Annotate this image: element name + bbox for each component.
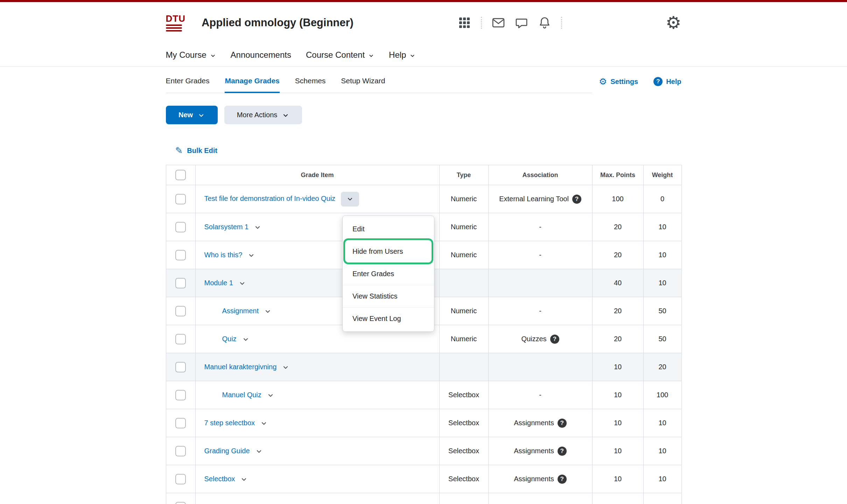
association-cell: - [488, 381, 592, 409]
grade-item-link[interactable]: Grading Guide [204, 447, 250, 455]
grade-item-context-menu-button[interactable] [242, 336, 249, 343]
row-checkbox[interactable] [175, 222, 186, 232]
tab-schemes[interactable]: Schemes [295, 77, 326, 93]
max-points-cell: 20 [592, 241, 643, 269]
settings-button[interactable]: ⚙ Settings [599, 77, 638, 86]
row-checkbox[interactable] [175, 474, 186, 484]
row-checkbox[interactable] [175, 278, 186, 288]
grade-item-link[interactable]: Manuel karaktergivning [204, 363, 277, 371]
grades-tabbar: Enter GradesManage GradesSchemesSetup Wi… [166, 67, 681, 93]
max-points-cell: 10 [592, 465, 643, 493]
help-icon[interactable]: ? [550, 335, 559, 344]
row-checkbox[interactable] [175, 250, 186, 260]
row-checkbox[interactable] [175, 362, 186, 372]
more-actions-button[interactable]: More Actions [224, 106, 302, 124]
question-icon: ? [653, 77, 663, 86]
grade-item-context-menu-button[interactable] [341, 192, 359, 206]
apps-grid-icon[interactable] [458, 16, 471, 29]
row-checkbox[interactable] [175, 446, 186, 456]
context-menu-item-enter-grades[interactable]: Enter Grades [343, 262, 434, 285]
help-icon[interactable]: ? [558, 447, 567, 456]
grade-item-context-menu-button[interactable] [240, 476, 247, 483]
help-icon[interactable]: ? [572, 195, 581, 204]
grade-item-context-menu-button[interactable] [255, 448, 262, 455]
max-points-cell: 100 [592, 185, 643, 213]
grade-item-link[interactable]: Manuel Quiz [222, 391, 261, 399]
grade-item-link[interactable]: Test file for demonstration of In-video … [204, 195, 336, 202]
grade-item-link[interactable]: Who is this? [204, 251, 243, 259]
grade-item-link[interactable]: Solarsystem 1 [204, 223, 249, 231]
tab-setup-wizard[interactable]: Setup Wizard [341, 77, 385, 93]
context-menu-item-hide-from-users[interactable]: Hide from Users [343, 240, 434, 262]
grade-item-context-menu-button[interactable] [282, 364, 289, 371]
select-all-header [166, 165, 195, 185]
context-menu-item-edit[interactable]: Edit [343, 218, 434, 240]
minibar-divider [481, 17, 482, 29]
pencil-icon: ✎ [175, 146, 183, 155]
more-actions-label: More Actions [237, 111, 278, 119]
dtu-logo-waves [166, 23, 186, 31]
toolbar: New More Actions [166, 106, 681, 124]
table-row: Manuel karaktergivning1020 [166, 353, 681, 381]
help-icon[interactable]: ? [558, 475, 567, 484]
chat-icon[interactable] [515, 16, 528, 29]
grades-tabs: Enter GradesManage GradesSchemesSetup Wi… [166, 67, 592, 93]
grade-item-link[interactable]: Module 1 [204, 279, 233, 287]
grade-item-link[interactable]: Quiz [222, 335, 237, 343]
new-button[interactable]: New [166, 106, 218, 124]
grade-item-context-menu-button[interactable] [264, 308, 271, 315]
mail-icon[interactable] [492, 16, 505, 29]
table-row: Test file for demonstration of In-video … [166, 185, 681, 213]
bell-icon[interactable] [538, 16, 551, 29]
table-row: 7 step selectboxSelectboxAssignments?101… [166, 409, 681, 437]
context-menu-item-view-event-log[interactable]: View Event Log [343, 307, 434, 330]
row-checkbox[interactable] [175, 418, 186, 428]
column-header-grade-item: Grade Item [195, 165, 439, 185]
nav-item-help[interactable]: Help [389, 50, 415, 60]
chevron-down-icon [368, 53, 374, 59]
nav-item-my-course[interactable]: My Course [166, 50, 216, 60]
help-button[interactable]: ? Help [653, 77, 681, 86]
grade-item-context-menu-button[interactable] [260, 420, 267, 427]
bulk-edit-label: Bulk Edit [187, 147, 217, 155]
table-row: Manuel QuizSelectbox-10100 [166, 381, 681, 409]
nav-item-announcements[interactable]: Announcements [231, 50, 291, 60]
association-cell: Assignments? [488, 409, 592, 437]
association-label: Quizzes [521, 335, 546, 343]
row-checkbox[interactable] [175, 306, 186, 316]
type-cell: Numeric [439, 241, 488, 269]
help-icon[interactable]: ? [558, 419, 567, 428]
select-all-checkbox[interactable] [175, 170, 186, 180]
grade-item-link[interactable]: Selectbox [204, 475, 235, 483]
max-points-cell: 20 [592, 213, 643, 241]
bulk-edit-link[interactable]: ✎ Bulk Edit [175, 146, 217, 155]
chevron-down-icon [410, 53, 415, 59]
weight-cell: 50 [643, 325, 681, 353]
weight-cell: 10 [643, 437, 681, 465]
tab-enter-grades[interactable]: Enter Grades [166, 77, 210, 93]
type-cell [439, 353, 488, 381]
tab-actions: ⚙ Settings ? Help [599, 77, 681, 86]
association-cell: - [488, 241, 592, 269]
weight-cell: 10 [643, 241, 681, 269]
table-row: SelectboxSelectboxAssignments?1010 [166, 465, 681, 493]
row-checkbox[interactable] [175, 194, 186, 204]
tab-manage-grades[interactable]: Manage Grades [225, 77, 279, 93]
max-points-cell: 10 [592, 381, 643, 409]
nav-item-course-content[interactable]: Course Content [306, 50, 374, 60]
dtu-logo[interactable]: DTU [166, 14, 186, 31]
association-cell: - [488, 213, 592, 241]
grade-item-link[interactable]: 7 step selectbox [204, 419, 255, 427]
grade-item-context-menu-button[interactable] [254, 224, 261, 231]
nav-item-label: Course Content [306, 50, 365, 60]
context-menu-item-view-statistics[interactable]: View Statistics [343, 285, 434, 307]
grade-item-link[interactable]: Assignment [222, 307, 259, 315]
grade-item-context-menu-button[interactable] [267, 392, 274, 399]
admin-gear-icon[interactable]: ⚙ [666, 14, 681, 31]
grade-item-context-menu-button[interactable] [248, 252, 255, 259]
grade-item-context-menu-button[interactable] [239, 280, 246, 287]
row-checkbox[interactable] [175, 390, 186, 400]
row-checkbox[interactable] [175, 334, 186, 344]
chevron-down-icon [198, 112, 205, 119]
row-checkbox[interactable] [175, 502, 186, 504]
